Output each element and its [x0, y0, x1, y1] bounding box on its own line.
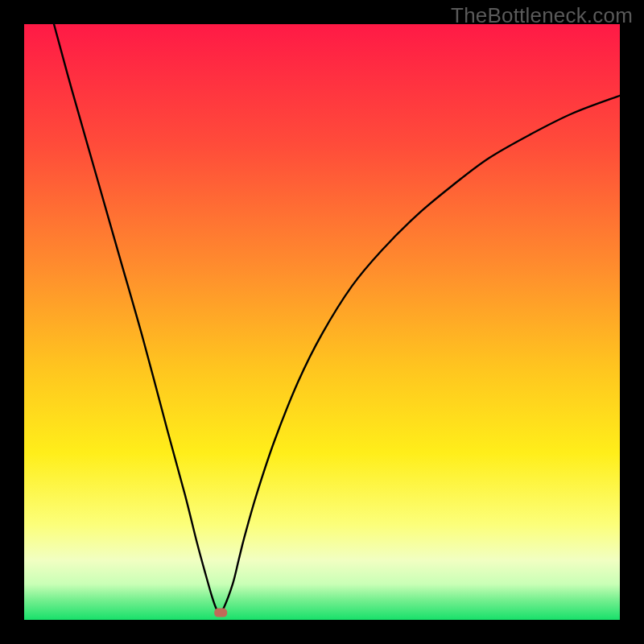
plot-area: [24, 24, 620, 620]
gradient-background: [24, 24, 620, 620]
chart-frame: TheBottleneck.com: [0, 0, 644, 644]
optimum-marker: [214, 609, 227, 617]
bottleneck-chart: [24, 24, 620, 620]
